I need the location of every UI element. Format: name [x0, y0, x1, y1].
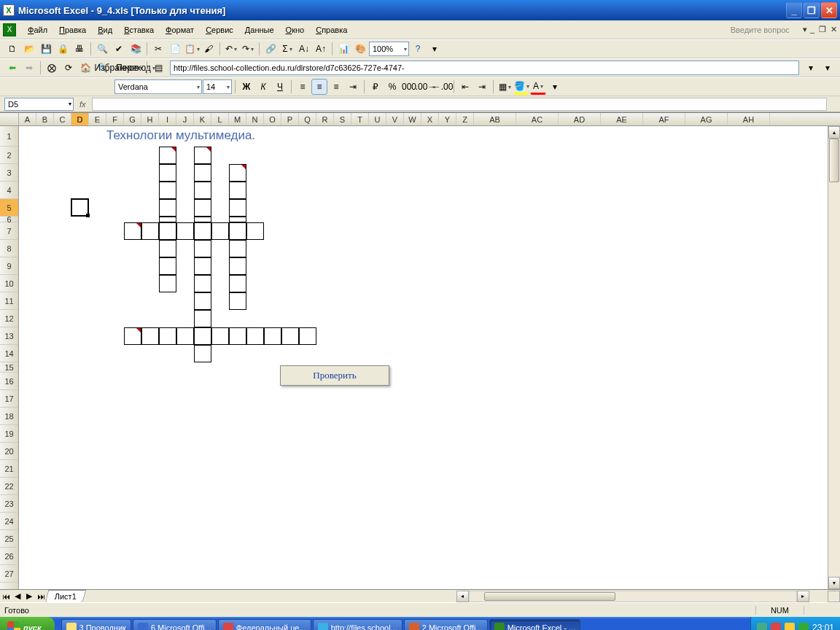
col-header-AB[interactable]: AB — [474, 113, 516, 125]
vscroll-track[interactable] — [828, 139, 840, 577]
permissions-button[interactable]: 🔒 — [55, 41, 71, 57]
row-header-25[interactable]: 25 — [0, 530, 18, 548]
font-color-button[interactable]: A — [530, 79, 546, 95]
row-header-12[interactable]: 12 — [0, 310, 18, 327]
row-header-1[interactable]: 1 — [0, 126, 18, 147]
row-header-23[interactable]: 23 — [0, 495, 18, 513]
col-header-G[interactable]: G — [124, 113, 141, 125]
save-button[interactable]: 💾 — [38, 41, 54, 57]
home-button[interactable]: 🏠 — [77, 60, 93, 76]
crossword-cell[interactable] — [159, 222, 176, 240]
open-button[interactable]: 📂 — [21, 41, 37, 57]
print-preview-button[interactable]: 🔍 — [94, 41, 110, 57]
drawing-button[interactable]: 🎨 — [352, 41, 368, 57]
row-header-15[interactable]: 15 — [0, 362, 18, 373]
col-header-I[interactable]: I — [159, 113, 176, 125]
autosum-button[interactable]: Σ — [279, 41, 295, 57]
maximize-button[interactable]: ❐ — [804, 2, 820, 18]
tab-prev-button[interactable]: ◀ — [12, 591, 23, 601]
tab-last-button[interactable]: ⏭ — [35, 592, 47, 601]
merge-center-button[interactable]: ⇥ — [345, 79, 361, 95]
col-header-AE[interactable]: AE — [601, 113, 643, 125]
menu-файл[interactable]: Файл — [22, 23, 53, 36]
col-header-W[interactable]: W — [404, 113, 421, 125]
row-header-10[interactable]: 10 — [0, 275, 18, 292]
redo-button[interactable]: ↷ — [240, 41, 256, 57]
crossword-cell[interactable] — [229, 199, 246, 217]
research-button[interactable]: 📚 — [128, 41, 144, 57]
row-header-22[interactable]: 22 — [0, 478, 18, 495]
tray-icon-2[interactable] — [771, 623, 781, 630]
decrease-indent-button[interactable]: ⇤ — [457, 79, 473, 95]
row-header-24[interactable]: 24 — [0, 513, 18, 530]
row-header-6[interactable]: 6 — [0, 217, 18, 222]
crossword-cell[interactable] — [229, 327, 246, 345]
italic-button[interactable]: К — [255, 79, 271, 95]
clock[interactable]: 23:01 — [812, 623, 834, 630]
crossword-cell[interactable] — [211, 327, 229, 345]
row-header-26[interactable]: 26 — [0, 548, 18, 565]
col-header-O[interactable]: O — [264, 113, 281, 125]
address-dropdown[interactable]: ▾ — [803, 60, 819, 76]
col-header-AF[interactable]: AF — [643, 113, 685, 125]
undo-button[interactable]: ↶ — [223, 41, 239, 57]
refresh-button[interactable]: ⟳ — [61, 60, 77, 76]
menu-данные[interactable]: Данные — [239, 23, 280, 36]
tray-icon-3[interactable] — [785, 623, 795, 630]
row-header-2[interactable]: 2 — [0, 147, 18, 164]
crossword-cell[interactable] — [211, 222, 229, 240]
name-box[interactable]: D5 — [4, 98, 74, 111]
crossword-cell[interactable] — [159, 147, 176, 164]
col-header-N[interactable]: N — [246, 113, 264, 125]
tab-next-button[interactable]: ▶ — [23, 591, 35, 601]
scroll-left-button[interactable]: ◂ — [456, 591, 469, 602]
doc-close-button[interactable]: ✕ — [831, 25, 837, 34]
crossword-cell[interactable] — [141, 327, 159, 345]
fill-color-button[interactable]: 🪣 — [513, 79, 529, 95]
row-header-8[interactable]: 8 — [0, 240, 18, 257]
tray-icon-1[interactable] — [757, 623, 767, 630]
help-button[interactable]: ? — [410, 41, 426, 57]
col-header-B[interactable]: B — [36, 113, 54, 125]
col-header-E[interactable]: E — [89, 113, 106, 125]
col-header-C[interactable]: C — [54, 113, 71, 125]
crossword-cell[interactable] — [176, 327, 194, 345]
row-header-21[interactable]: 21 — [0, 460, 18, 478]
col-header-L[interactable]: L — [211, 113, 229, 125]
col-header-AH[interactable]: AH — [728, 113, 770, 125]
zoom-combo[interactable]: 100% — [369, 42, 409, 56]
ask-a-question[interactable]: Введите вопрос — [718, 26, 803, 34]
copy-button[interactable]: 📄 — [167, 41, 183, 57]
col-header-D[interactable]: D — [71, 113, 89, 125]
decrease-decimal-button[interactable]: ←.00 — [435, 79, 451, 95]
borders-button[interactable]: ▦ — [497, 79, 513, 95]
crossword-cell[interactable] — [159, 327, 176, 345]
tray-icon-4[interactable] — [798, 623, 809, 630]
col-header-AD[interactable]: AD — [559, 113, 601, 125]
crossword-cell[interactable] — [229, 164, 246, 182]
menu-окно[interactable]: Окно — [280, 23, 311, 36]
taskbar-button[interactable]: 6 Microsoft Offi... — [133, 619, 217, 630]
crossword-cell[interactable] — [229, 182, 246, 199]
hscroll-track[interactable] — [469, 591, 797, 602]
crossword-cell[interactable] — [194, 147, 211, 164]
system-tray[interactable]: 23:01 — [750, 617, 840, 630]
crossword-cell[interactable] — [246, 327, 264, 345]
selected-cell[interactable] — [71, 198, 89, 217]
row-header-18[interactable]: 18 — [0, 408, 18, 425]
menu-вставка[interactable]: Вставка — [118, 23, 160, 36]
hscroll-thumb[interactable] — [484, 592, 615, 601]
formula-bar[interactable] — [92, 98, 827, 111]
taskbar-button[interactable]: http://files.school... — [313, 619, 402, 630]
align-left-button[interactable]: ≡ — [295, 79, 311, 95]
row-header-3[interactable]: 3 — [0, 164, 18, 182]
underline-button[interactable]: Ч — [272, 79, 288, 95]
col-header-AC[interactable]: AC — [516, 113, 559, 125]
new-button[interactable]: 🗋 — [4, 41, 20, 57]
row-header-17[interactable]: 17 — [0, 390, 18, 408]
row-header-13[interactable]: 13 — [0, 327, 18, 345]
crossword-cell[interactable] — [194, 240, 211, 257]
row-header-7[interactable]: 7 — [0, 222, 18, 240]
taskbar-button[interactable]: 3 Проводник — [61, 619, 131, 630]
align-right-button[interactable]: ≡ — [328, 79, 344, 95]
